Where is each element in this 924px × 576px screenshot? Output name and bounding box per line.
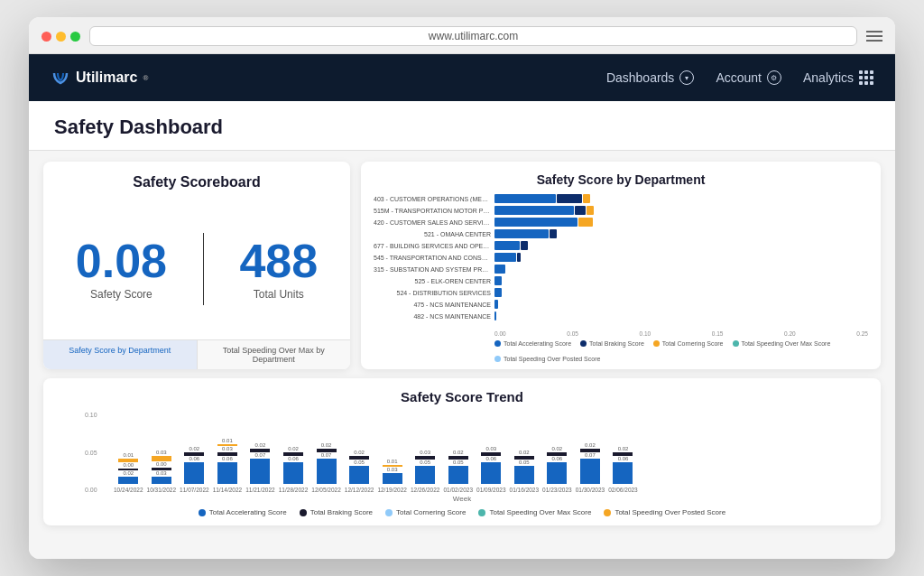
bar-value: 0.03 — [387, 467, 398, 472]
legend-dot-over-posted — [494, 356, 501, 362]
bar-value: 0.02 — [255, 442, 266, 448]
legend-dot-brake — [580, 340, 587, 347]
bar-value: 0.03 — [222, 446, 233, 451]
axis-4: 0.20 — [784, 330, 796, 337]
dept-row: 482 - NCS MAINTENANCE — [374, 311, 868, 321]
browser-window: www.utilimarc.com Utilimarc ® Dashboards… — [29, 17, 895, 559]
bar-value: 0.07 — [321, 452, 332, 458]
bar-acc — [613, 462, 633, 484]
address-bar[interactable]: www.utilimarc.com — [89, 26, 857, 46]
axis-2: 0.10 — [640, 330, 651, 337]
week-label: 12/26/2022 — [411, 487, 440, 493]
scoreboard-content: 0.08 Safety Score 488 Total Units — [43, 198, 350, 339]
week-label: 11/14/2022 — [213, 487, 243, 493]
bar-value: 0.02 — [519, 450, 530, 455]
account-settings-icon: ⚙ — [767, 70, 781, 85]
bar-value: 0.03 — [420, 450, 430, 455]
week-group: 0.03 0.06 01/09/2023 — [476, 446, 506, 493]
safety-score-value: 0.08 — [76, 237, 167, 284]
bar-value: 0.06 — [222, 456, 233, 461]
legend-accelerating: Total Accelerating Score — [494, 340, 571, 347]
bar-value: 0.02 — [288, 446, 299, 451]
week-group: 0.01 0.00 0.02 10/24/2022 — [114, 452, 143, 493]
dept-name: 420 - CUSTOMER SALES AND SERVICES — [374, 219, 491, 226]
legend-over-max-label: Total Speeding Over Max Score — [742, 340, 831, 347]
dept-row: 524 - DISTRIBUTION SERVICES — [374, 288, 868, 297]
y-label-bot: 0.00 — [85, 487, 110, 493]
week-group: 0.03 0.00 0.03 10/31/2022 — [147, 450, 177, 493]
bar-acc — [383, 473, 402, 484]
safety-score-item: 0.08 Safety Score — [76, 237, 167, 301]
week-group: 0.02 0.07 01/30/2023 — [576, 442, 605, 493]
week-label: 12/19/2022 — [377, 487, 407, 493]
legend-over-max: Total Speeding Over Max Score — [733, 340, 831, 347]
bar-value: 0.01 — [387, 459, 398, 464]
legend-dot-acc — [494, 340, 501, 347]
maximize-dot[interactable] — [70, 32, 80, 42]
bar-value: 0.06 — [288, 456, 299, 461]
dept-bars — [494, 288, 868, 297]
trend-legend-corner: Total Cornering Score — [385, 508, 466, 516]
total-units-item: 488 Total Units — [239, 237, 318, 301]
trend-dot-over-max — [478, 509, 485, 516]
utilimarc-logo-icon — [51, 68, 70, 88]
dept-bars — [494, 218, 868, 227]
bar-value: 0.06 — [552, 456, 563, 461]
bar-value: 0.00 — [123, 462, 134, 468]
tab-safety-score-dept[interactable]: Safety Score by Department — [43, 340, 198, 369]
dept-name: 482 - NCS MAINTENANCE — [374, 313, 491, 320]
dept-row: 545 - TRANSPORTATION AND CONSTRU... — [374, 253, 868, 262]
y-label-top: 0.10 — [85, 412, 110, 418]
trend-legend-brake-label: Total Braking Score — [310, 508, 373, 516]
dept-name: 315 - SUBSTATION AND SYSTEM PROT... — [374, 266, 491, 273]
grid-icon — [859, 70, 873, 85]
nav-analytics[interactable]: Analytics — [803, 70, 873, 85]
dept-bars — [494, 265, 868, 274]
week-group: 0.02 0.07 12/05/2022 — [311, 442, 341, 493]
nav-account[interactable]: Account ⚙ — [716, 70, 781, 85]
bar-value: 0.02 — [552, 446, 563, 451]
dept-row: 315 - SUBSTATION AND SYSTEM PROT... — [374, 265, 868, 274]
dept-bars — [494, 194, 868, 203]
dept-name: 403 - CUSTOMER OPERATIONS (METER... — [374, 196, 491, 202]
trend-legend-over-max-label: Total Speeding Over Max Score — [489, 508, 591, 516]
bar-value: 0.02 — [585, 442, 596, 448]
bar-value: 0.01 — [222, 438, 233, 443]
x-axis-label: Week — [58, 495, 866, 503]
dept-name: 475 - NCS MAINTENANCE — [374, 302, 491, 308]
browser-chrome: www.utilimarc.com — [29, 17, 895, 54]
app-logo[interactable]: Utilimarc ® — [51, 68, 148, 88]
safety-score-label: Safety Score — [90, 288, 152, 301]
logo-text: Utilimarc — [76, 70, 137, 86]
bar-acc — [283, 462, 303, 484]
week-label: 10/24/2022 — [114, 487, 143, 493]
week-label: 01/16/2023 — [510, 487, 540, 493]
browser-dots — [42, 32, 80, 42]
nav-items: Dashboards ▾ Account ⚙ Analytics — [606, 70, 873, 85]
legend-braking: Total Braking Score — [580, 340, 644, 347]
bar-value: 0.03 — [485, 446, 496, 451]
bar-acc — [250, 459, 270, 484]
week-label: 01/09/2023 — [476, 487, 506, 493]
close-dot[interactable] — [42, 32, 51, 42]
nav-dashboards[interactable]: Dashboards ▾ — [606, 70, 695, 85]
week-group: 0.02 0.05 01/16/2023 — [510, 450, 540, 493]
bar-value: 0.06 — [485, 456, 496, 461]
minimize-dot[interactable] — [56, 32, 66, 42]
trend-legend-acc-label: Total Accelerating Score — [209, 508, 287, 516]
tab-speeding-dept[interactable]: Total Speeding Over Max by Department — [198, 340, 351, 369]
nav-analytics-label: Analytics — [803, 70, 854, 85]
week-label: 10/31/2022 — [147, 487, 177, 493]
dept-bars — [494, 311, 868, 321]
week-group: 0.01 0.03 0.06 11/14/2022 — [213, 438, 243, 493]
dept-bars — [494, 206, 868, 215]
week-group: 0.01 0.03 12/19/2022 — [377, 459, 407, 493]
bar-acc — [317, 459, 337, 484]
trend-legend-acc: Total Accelerating Score — [199, 508, 287, 516]
legend-over-posted-label: Total Speeding Over Posted Score — [504, 356, 600, 362]
browser-menu-icon[interactable] — [866, 31, 882, 42]
bar-value: 0.02 — [354, 450, 365, 455]
dept-chart-card: Safety Score by Department 403 - CUSTOME… — [361, 162, 881, 369]
bar-acc — [217, 462, 237, 484]
week-label: 02/06/2023 — [608, 487, 638, 493]
